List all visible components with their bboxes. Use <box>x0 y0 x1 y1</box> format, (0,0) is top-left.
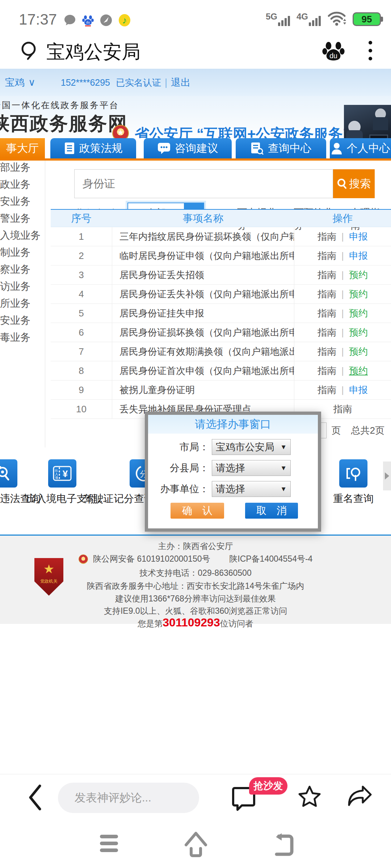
sidebar-item[interactable]: 政业务 <box>0 178 43 191</box>
guide-link[interactable]: 指南 <box>318 269 336 281</box>
sidebar-item[interactable]: 访业务 <box>0 280 43 293</box>
guide-link[interactable]: 指南 <box>318 365 336 377</box>
table-row: 3 居民身份证丢失招领 指南|预约 <box>51 265 391 285</box>
svg-text:¥: ¥ <box>63 468 68 479</box>
table-row: 7 居民身份证有效期满换领（仅向户籍地派出所申请） 指南|预约 <box>51 342 391 361</box>
address-bar-query[interactable]: 宝鸡公安局 <box>46 39 140 65</box>
logout-link[interactable]: 退出 <box>171 76 190 89</box>
guide-link[interactable]: 指南 <box>318 326 336 339</box>
reserve-link[interactable]: 预约 <box>349 288 368 301</box>
guide-link[interactable]: 指南 <box>318 384 336 396</box>
footer-visitor-counter: 您是第301109293位访问者 <box>0 616 391 629</box>
status-bar: 17:37 du ♪ 5G 4G 95 <box>0 0 391 34</box>
cancel-button[interactable]: 取 消 <box>245 503 298 519</box>
footer-registration: 陕公网安备 61019102000150号 陕ICP备14004554号-4 <box>0 553 391 565</box>
search-button[interactable]: 搜索 <box>333 169 375 198</box>
page-suffix: 页 <box>332 424 341 437</box>
footer-browsers: 支持IE9.0以上、火狐、谷歌和360浏览器正常访问 <box>0 605 391 617</box>
city-dropdown-icon[interactable]: ∨ <box>28 77 35 88</box>
home-icon[interactable] <box>184 831 208 857</box>
reserve-link[interactable]: 预约 <box>349 307 368 320</box>
branch-bureau-select[interactable]: 请选择 ▼ <box>212 460 291 476</box>
signal-4g: 4G <box>297 16 321 26</box>
name-search-icon <box>344 464 362 482</box>
guide-link[interactable]: 指南 <box>318 288 336 301</box>
select-caret-icon: ▼ <box>280 443 287 451</box>
back-chevron-icon[interactable] <box>28 784 42 810</box>
table-row: 1 三年内指纹居民身份证损坏换领（仅向户籍地派出所申请... 指南|申报 <box>51 227 391 246</box>
tab-query-center[interactable]: 查询中心 <box>236 138 326 158</box>
comment-input[interactable]: 发表神评妙论... <box>58 783 199 813</box>
tile-label[interactable]: 驾驶证记分查询 <box>83 492 154 506</box>
svg-text:入: 入 <box>55 472 58 476</box>
sidebar-item[interactable]: 部业务 <box>0 161 43 174</box>
sidebar-item[interactable]: 警业务 <box>0 212 43 225</box>
notification-icons: du ♪ <box>63 14 131 27</box>
site-logo-text: 陕西政务服务网 <box>0 111 127 136</box>
service-unit-select[interactable]: 请选择 ▼ <box>212 481 291 497</box>
message-bubble-icon <box>63 14 76 27</box>
reserve-link[interactable]: 预约 <box>349 269 368 281</box>
browser-bottom-bar: 发表神评妙论... 抢沙发 <box>0 774 391 821</box>
page-total: 总共2页 <box>351 424 384 437</box>
tab-underline <box>0 158 391 161</box>
document-search-icon <box>251 142 264 155</box>
platform-subtitle: 全国一体化在线政务服务平台 <box>0 99 119 111</box>
sidebar-item[interactable]: 制业务 <box>0 246 43 259</box>
table-row: 4 居民身份证丢失补领（仅向户籍地派出所申请） 指南|预约 <box>51 285 391 304</box>
apply-link[interactable]: 申报 <box>349 230 368 243</box>
baidu-logo-icon[interactable]: du <box>322 39 345 63</box>
guide-link[interactable]: 指南 <box>318 230 336 243</box>
apply-link[interactable]: 申报 <box>349 250 368 262</box>
quick-links-more-icon[interactable] <box>383 461 391 490</box>
guide-link[interactable]: 指南 <box>318 345 336 358</box>
tab-personal-center[interactable]: 个人中心 <box>330 138 391 158</box>
sidebar-item[interactable]: 安业务 <box>0 314 43 327</box>
share-icon[interactable] <box>347 784 373 810</box>
battery-percent: 95 <box>362 14 372 25</box>
guide-link[interactable]: 指南 <box>318 250 336 262</box>
table-row: 9 被拐儿童身份证明 指南|申报 <box>51 380 391 400</box>
back-nav-icon[interactable] <box>272 833 295 856</box>
reserve-link[interactable]: 预约 <box>349 326 368 339</box>
footer-resolution: 建议使用1366*768分辨率访问达到最佳效果 <box>0 593 391 604</box>
guide-link[interactable]: 指南 <box>318 307 336 320</box>
tab-service-hall[interactable]: 事大厅 <box>0 138 45 158</box>
tile-violation-query[interactable] <box>0 459 17 488</box>
select-window-modal: 请选择办事窗口 市局： 宝鸡市公安局 ▼ 分县局： 请选择 ▼ 办事单位： 请选… <box>145 412 321 532</box>
sidebar-item[interactable]: 所业务 <box>0 297 43 310</box>
select-caret-icon: ▼ <box>280 485 287 493</box>
site-footer: ★ 党政机关 主办：陕西省公安厅 陕公网安备 61019102000150号 陕… <box>0 535 391 624</box>
apply-link[interactable]: 申报 <box>349 384 368 396</box>
modal-field-branch: 分县局： 请选择 ▼ <box>148 460 318 476</box>
tile-label[interactable]: 重名查询 <box>333 492 374 506</box>
modal-title: 请选择办事窗口 <box>148 415 318 434</box>
table-header-row: 序号 事项名称 操作 <box>51 210 391 227</box>
recent-apps-icon[interactable] <box>100 835 118 852</box>
reserve-link[interactable]: 预约 <box>349 345 368 358</box>
sidebar-item[interactable]: 察业务 <box>0 263 43 276</box>
service-search-input[interactable]: 身份证 <box>74 169 333 198</box>
police-emblem-icon <box>79 554 88 564</box>
verified-label: 已实名认证 <box>116 77 161 89</box>
search-button-icon <box>337 178 347 189</box>
tile-name-query[interactable] <box>339 459 367 488</box>
city-bureau-select[interactable]: 宝鸡市公安局 ▼ <box>212 439 291 455</box>
table-row: 5 居民身份证挂失申报 指南|预约 <box>51 304 391 323</box>
sidebar-item[interactable]: 安业务 <box>0 195 43 208</box>
sidebar-item[interactable]: 毒业务 <box>0 331 43 344</box>
guide-link[interactable]: 指南 <box>333 403 352 416</box>
tab-policies[interactable]: 政策法规 <box>50 138 136 158</box>
reserve-link[interactable]: 预约 <box>349 365 368 377</box>
city-selector[interactable]: 宝鸡 <box>5 76 25 89</box>
site-top-strip: 宝鸡 ∨ 152****6295 已实名认证 | 退出 <box>0 69 391 96</box>
tab-consultation[interactable]: 咨询建议 <box>144 138 232 158</box>
footer-address: 陕西省政务服务中心地址：西安市长安北路14号朱雀广场内 <box>0 580 391 592</box>
favorite-star-icon[interactable] <box>297 784 322 810</box>
browser-menu-icon[interactable] <box>369 41 372 60</box>
first-comment-badge[interactable]: 抢沙发 <box>249 777 287 795</box>
sidebar-item[interactable]: 入境业务 <box>0 229 43 242</box>
confirm-button[interactable]: 确 认 <box>171 503 224 519</box>
tile-epay[interactable]: 出入境¥ <box>48 459 76 488</box>
svg-text:du: du <box>86 21 90 24</box>
